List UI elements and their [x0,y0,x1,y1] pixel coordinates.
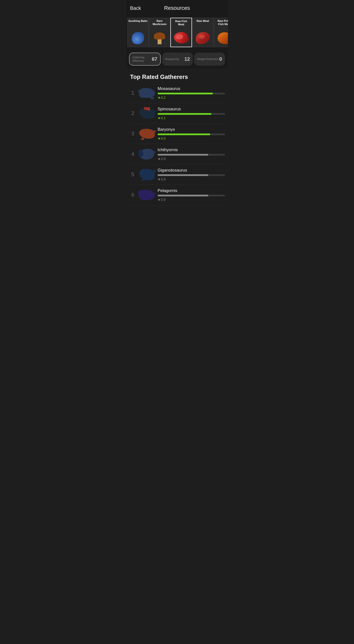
gatherer-info: Pelagornis★3.9 [158,188,225,202]
star-icon: ★ [158,157,161,161]
resource-icon-mushroom [152,31,167,46]
resource-card-raw-fish-meat[interactable]: Raw Fish Meat [170,18,192,47]
gatherer-name: Ichthyornis [158,148,225,152]
gatherer-name: Pelagornis [158,188,225,193]
page-title: Resources [164,5,190,11]
rating-bar-fill [158,134,210,135]
star-icon: ★ [158,177,161,181]
gatherer-name: Giganotosaurus [158,168,225,173]
gatherer-rating: ★3.9 [158,157,225,161]
gatherer-avatar [138,148,156,160]
gatherer-list: 1Mosasaurus★4.22Spinosaurus★4.13Baryonyx… [126,83,228,205]
gatherer-item[interactable]: 4Ichthyornis★3.9 [129,144,225,164]
raw-meat-icon [196,32,210,44]
gatherer-avatar [138,87,156,99]
rating-bar-fill [158,195,208,196]
gatherer-item[interactable]: 5Giganotosaurus★3.9 [129,164,225,185]
resource-icon-raw-prime-fish-meat [217,31,228,46]
gatherer-item[interactable]: 6Pelagornis★3.9 [129,185,225,205]
resource-icon-raw-fish-meat [174,30,188,45]
spino-icon [140,108,155,119]
rating-bar-track [158,195,225,196]
stats-bar: Gathering Efficiency 67 Dropped by 12 We… [126,50,228,68]
star-icon: ★ [158,198,161,202]
gatherer-rank: 4 [129,151,136,157]
gatherer-info: Spinosaurus★4.1 [158,107,225,120]
resource-card-flower[interactable]: Soothing Balm [127,18,149,47]
gatherer-rating: ★4.2 [158,96,225,100]
rating-bar-track [158,174,225,176]
resource-label: Raw Meat [193,20,212,22]
gatherer-info: Baryonyx★4.0 [158,127,225,140]
gatherer-rating: ★3.9 [158,198,225,202]
dropped-count: 12 [184,56,190,62]
gatherer-name: Baryonyx [158,127,225,132]
star-icon: ★ [158,116,161,120]
pelagornis-icon [139,190,155,200]
gatherer-item[interactable]: 3Baryonyx★4.0 [129,124,225,144]
resource-icon-flower [130,31,145,46]
gatherer-avatar [138,128,156,140]
gatherer-avatar [138,189,156,201]
resource-label: Rare Mushroom [150,20,169,26]
weight-reduction-pill[interactable]: Weight Reduction 0 [194,52,225,66]
rating-bar-fill [158,154,208,156]
back-button[interactable]: Back [130,6,141,11]
gatherer-rank: 6 [129,192,136,198]
gathering-label: Gathering Efficiency [132,56,152,63]
flower-icon [132,32,144,44]
resource-card-raw-prime-fish-meat[interactable]: Raw Prime Fish Meat [214,18,228,47]
gathering-count: 67 [152,56,157,62]
gatherer-rating: ★3.9 [158,177,225,181]
gatherer-rank: 5 [129,171,136,178]
ichthyornis-icon [140,149,154,160]
gatherer-name: Spinosaurus [158,107,225,112]
rating-bar-track [158,154,225,156]
resource-card-mushroom[interactable]: Rare Mushroom [149,18,170,47]
rating-bar-fill [158,174,208,176]
gatherer-rating: ★4.1 [158,116,225,120]
star-icon: ★ [158,96,161,100]
gatherer-info: Giganotosaurus★3.9 [158,168,225,181]
gatherer-rank: 2 [129,110,136,116]
resource-carousel: Soothing BalmRare MushroomRaw Fish MeatR… [126,15,228,50]
weight-count: 0 [219,56,222,62]
dropped-label: Dropped by [165,57,184,61]
baryonyx-icon [139,129,155,139]
resource-label: Raw Prime Fish Meat [215,20,228,26]
app-header: Back Resources [126,0,228,15]
gatherer-item[interactable]: 2Spinosaurus★4.1 [129,103,225,124]
gathering-efficiency-pill[interactable]: Gathering Efficiency 67 [129,52,161,66]
resource-card-raw-meat[interactable]: Raw Meat [192,18,214,47]
rating-bar-track [158,113,225,115]
dropped-by-pill[interactable]: Dropped by 12 [162,52,193,66]
resource-label: Raw Fish Meat [172,20,190,26]
prime-fish-meat-icon [216,31,228,45]
rating-bar-track [158,134,225,135]
rating-bar-fill [158,93,213,94]
gatherer-avatar [138,168,156,181]
fish-meat-icon [172,30,190,46]
resource-icon-raw-meat [196,31,210,46]
gatherer-name: Mosasaurus [158,86,225,91]
gatherer-rank: 1 [129,90,136,96]
mushroom-icon [154,32,166,44]
giganotosaurus-icon [140,169,155,180]
star-icon: ★ [158,136,161,140]
gatherer-info: Mosasaurus★4.2 [158,86,225,100]
gatherer-avatar [138,107,156,120]
gatherer-rating: ★4.0 [158,136,225,140]
section-title: Top Rated Gatherers [126,68,228,83]
rating-bar-fill [158,113,212,115]
resource-label: Soothing Balm [128,20,148,22]
mosasaurus-icon [139,88,155,98]
gatherer-info: Ichthyornis★3.9 [158,148,225,161]
weight-label: Weight Reduction [197,57,219,61]
rating-bar-track [158,93,225,94]
gatherer-rank: 3 [129,130,136,137]
gatherer-item[interactable]: 1Mosasaurus★4.2 [129,83,225,103]
